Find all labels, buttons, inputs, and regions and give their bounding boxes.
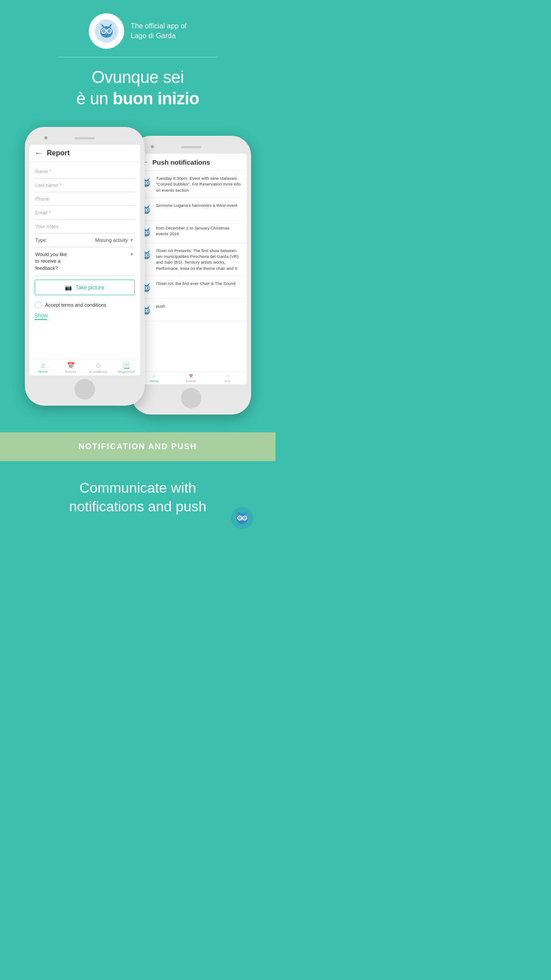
push-screen-title: Push notifications — [153, 158, 210, 166]
feedback-row[interactable]: Would you like to receive a feedback? ▼ — [35, 247, 135, 276]
notes-field[interactable]: Your notes — [35, 220, 135, 233]
camera-icon: 📷 — [65, 284, 72, 291]
logo-circle — [89, 13, 124, 49]
svg-point-69 — [145, 310, 146, 311]
report-form: Name * Last name * Phone Email * Your no… — [29, 162, 140, 359]
svg-point-40 — [147, 232, 148, 233]
push-item-0: Tuesday 8:30pm. Event with wine Malavasi… — [136, 171, 247, 198]
bottom-owl-icon — [231, 507, 253, 529]
svg-point-20 — [147, 182, 148, 183]
push-text-1: Sirmione Lugana's harmonies a Wine event — [156, 202, 242, 208]
push-item-2: from December 2 to January Christmas eve… — [136, 221, 247, 243]
svg-point-80 — [239, 518, 240, 519]
left-phone-screen: ← Report Name * Last name * Phone Email … — [29, 145, 140, 375]
terms-text: Accept terms and conditions — [45, 302, 106, 308]
headline-line1: Ovunque sei — [76, 67, 199, 88]
svg-point-10 — [109, 31, 110, 32]
svg-point-29 — [145, 209, 146, 210]
push-text-3: iTown Art Presents: The first show betwe… — [156, 248, 242, 271]
push-text-2: from December 2 to January Christmas eve… — [156, 225, 242, 237]
bottom-section: Communicate with notifications and push — [0, 461, 276, 551]
svg-marker-44 — [147, 250, 150, 253]
svg-marker-34 — [147, 227, 150, 230]
nav-home[interactable]: ⌂ Home — [29, 359, 57, 375]
right-phone-screen: ← Push notifications — [136, 154, 247, 384]
svg-point-19 — [145, 182, 146, 183]
report-screen-title: Report — [47, 149, 70, 157]
home-button-left[interactable] — [75, 379, 95, 399]
phone-field[interactable]: Phone — [35, 192, 135, 206]
svg-point-81 — [244, 518, 245, 519]
bottom-text: Communicate with notifications and push — [18, 479, 258, 516]
type-value: Missing activity ▼ — [95, 237, 134, 243]
events-icon: 📅 — [67, 362, 75, 369]
push-events-label: Events — [186, 379, 196, 383]
owl-logo-icon — [94, 19, 118, 43]
feedback-caret-icon: ▼ — [130, 252, 134, 257]
push-evidence-icon: ☺ — [226, 374, 230, 378]
back-arrow-icon[interactable]: ← — [35, 149, 43, 157]
push-nav-in-evidence[interactable]: ☺ In e. — [209, 372, 246, 384]
take-picture-label: Take picture — [75, 285, 104, 291]
report-topbar: ← Report — [29, 145, 140, 162]
push-item-1: Sirmione Lugana's harmonies a Wine event — [136, 198, 247, 221]
svg-point-9 — [103, 31, 105, 32]
name-field[interactable]: Name * — [35, 165, 135, 178]
headline-line2: è un buon inizio — [76, 88, 199, 110]
nav-evidence-label: In evidence — [89, 370, 107, 374]
svg-point-39 — [145, 232, 146, 233]
phone-notch-left — [29, 133, 140, 143]
divider — [58, 57, 218, 57]
take-picture-button[interactable]: 📷 Take picture — [35, 280, 135, 295]
push-text-5: push — [156, 303, 242, 309]
svg-marker-54 — [147, 283, 150, 285]
lastname-field[interactable]: Last name * — [35, 178, 135, 192]
push-home-icon: ⌂ — [153, 374, 155, 378]
bottom-footer-area: Communicate with notifications and push — [18, 479, 258, 525]
svg-point-60 — [147, 288, 148, 288]
push-text-0: Tuesday 8:30pm. Event with wine Malavasi… — [156, 175, 242, 193]
email-field[interactable]: Email * — [35, 206, 135, 220]
svg-point-49 — [145, 255, 146, 256]
evidence-icon: ☺ — [95, 362, 102, 369]
push-home-label: Home — [150, 379, 158, 383]
nav-in-evidence[interactable]: ☺ In evidence — [85, 359, 113, 375]
app-subtitle: The official app of Lago di Garda — [130, 21, 186, 41]
push-list: Tuesday 8:30pm. Event with wine Malavasi… — [136, 171, 247, 371]
push-text-4: iTown Art: the first ever Chair & The So… — [156, 281, 242, 286]
svg-marker-14 — [147, 178, 150, 180]
speaker — [75, 137, 95, 139]
nav-magazines-label: Magazines — [118, 370, 135, 374]
notification-band-title: NOTIFICATION AND PUSH — [79, 442, 197, 451]
phones-row: ← Report Name * Last name * Phone Email … — [0, 127, 276, 415]
type-label: Type: — [35, 237, 47, 243]
headline-light: è un — [76, 89, 113, 108]
push-item-3: iTown Art Presents: The first show betwe… — [136, 243, 247, 276]
header: The official app of Lago di Garda Ovunqu… — [0, 0, 276, 127]
headline: Ovunque sei è un buon inizio — [76, 67, 199, 109]
svg-point-59 — [145, 288, 146, 288]
svg-marker-24 — [147, 205, 150, 207]
notification-band: NOTIFICATION AND PUSH — [0, 432, 276, 461]
show-link-area: Show — [35, 311, 135, 320]
nav-events[interactable]: 📅 Events — [57, 359, 85, 375]
push-evidence-label: In e. — [225, 379, 232, 383]
svg-point-50 — [147, 255, 148, 256]
push-nav-events[interactable]: 📅 Events — [173, 372, 209, 384]
speaker-right — [181, 146, 201, 148]
home-button-right[interactable] — [181, 388, 201, 408]
right-phone: ← Push notifications — [131, 136, 251, 415]
magazines-icon: 📃 — [122, 362, 130, 369]
nav-magazines[interactable]: 📃 Magazines — [112, 359, 140, 375]
phone-notch-right — [136, 142, 247, 152]
bottom-nav: ⌂ Home 📅 Events ☺ In evidence 📃 Magazine… — [29, 359, 140, 375]
type-row[interactable]: Type: Missing activity ▼ — [35, 233, 135, 247]
svg-point-30 — [147, 209, 148, 210]
svg-marker-64 — [147, 305, 150, 308]
type-caret-icon: ▼ — [130, 238, 134, 242]
push-events-icon: 📅 — [189, 374, 193, 378]
show-link[interactable]: Show — [35, 312, 48, 320]
terms-radio[interactable] — [35, 301, 42, 308]
terms-row[interactable]: Accept terms and conditions — [35, 299, 135, 311]
feedback-text: Would you like to receive a feedback? — [35, 251, 67, 272]
